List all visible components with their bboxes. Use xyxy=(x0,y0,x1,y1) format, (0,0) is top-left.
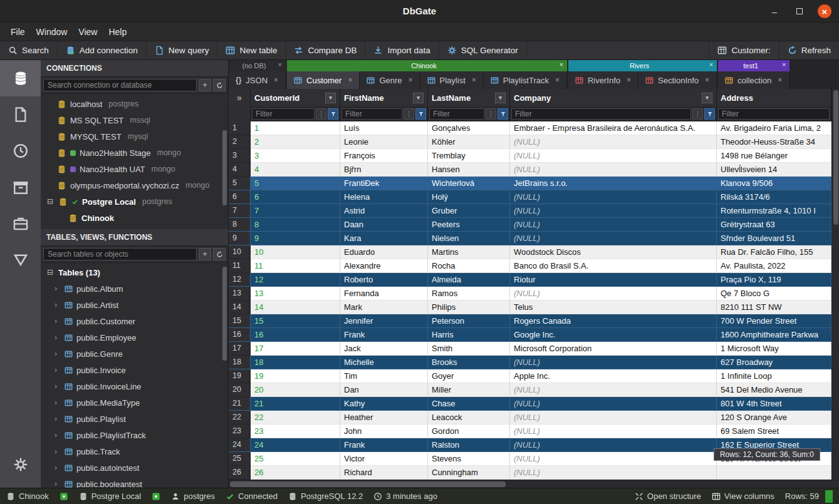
cell-customerid[interactable]: 10 xyxy=(251,245,340,259)
cell-company[interactable]: Banco do Brasil S.A. xyxy=(510,259,717,273)
cell-lastname[interactable]: Ramos xyxy=(428,287,510,301)
toolbar-sql-generator-button[interactable]: SQL Generator xyxy=(439,41,527,59)
cell-lastname[interactable]: Chase xyxy=(428,397,510,411)
cell-lastname[interactable]: Hansen xyxy=(428,163,510,177)
cell-address[interactable]: 541 Del Medio Avenue xyxy=(717,383,831,397)
cell-customerid[interactable]: 14 xyxy=(251,301,340,314)
grid-row[interactable]: 1111AlexandreRochaBanco do Brasil S.A.Av… xyxy=(229,259,831,273)
filter-funnel-button[interactable] xyxy=(704,108,715,120)
cell-lastname[interactable]: Holý xyxy=(428,190,510,204)
collapse-icon[interactable]: ⊟ xyxy=(46,197,55,206)
column-header-lastname[interactable]: LastName▾ xyxy=(428,89,510,106)
cell-lastname[interactable]: Gordon xyxy=(428,424,510,438)
cell-lastname[interactable]: Ralston xyxy=(428,438,510,452)
status-item-connected[interactable]: Connected xyxy=(226,491,278,501)
cell-firstname[interactable]: Eduardo xyxy=(340,245,428,259)
cell-address[interactable]: 700 W Pender Street xyxy=(717,314,831,328)
cell-customerid[interactable]: 4 xyxy=(251,163,340,177)
close-group-icon[interactable]: × xyxy=(278,61,282,68)
cell-customerid[interactable]: 6 xyxy=(251,190,340,204)
cell-customerid[interactable]: 7 xyxy=(251,204,340,218)
cell-firstname[interactable]: Fernanda xyxy=(340,287,428,301)
cell-address[interactable]: 1498 rue Bélanger xyxy=(717,149,831,163)
status-item-connection-ok-icon[interactable] xyxy=(152,492,160,501)
cell-customerid[interactable]: 21 xyxy=(251,397,340,411)
cell-lastname[interactable]: Peeters xyxy=(428,218,510,232)
table-public-playlisttrack[interactable]: ›public.PlaylistTrack xyxy=(41,427,228,443)
cell-address[interactable] xyxy=(717,466,831,480)
row-number[interactable]: 16 xyxy=(229,328,251,342)
chevron-right-icon[interactable]: › xyxy=(55,333,61,342)
activitybar-history-button[interactable] xyxy=(0,133,41,169)
chevron-right-icon[interactable]: › xyxy=(55,414,61,423)
chevron-right-icon[interactable]: › xyxy=(55,382,61,391)
filter-funnel-button[interactable] xyxy=(328,108,338,120)
filter-input-lastname[interactable] xyxy=(429,108,484,120)
cell-firstname[interactable]: Victor xyxy=(340,452,428,466)
column-menu-dropdown[interactable]: ▾ xyxy=(413,93,424,103)
cell-firstname[interactable]: Bjřrn xyxy=(340,163,428,177)
grid-row[interactable]: 66HelenaHolý(NULL)Rilská 3174/6 xyxy=(229,190,831,204)
activitybar-archive-button[interactable] xyxy=(0,169,41,205)
grid-row[interactable]: 33FrançoisTremblay(NULL)1498 rue Bélange… xyxy=(229,149,831,163)
filter-input-firstname[interactable] xyxy=(341,108,402,120)
grid-row[interactable]: 2323JohnGordon(NULL)69 Salem Street xyxy=(229,424,831,438)
grid-row[interactable]: 2020DanMiller(NULL)541 Del Medio Avenue xyxy=(229,383,831,397)
row-number[interactable]: 13 xyxy=(229,287,251,301)
chevron-right-icon[interactable]: › xyxy=(55,366,61,374)
row-number[interactable]: 10 xyxy=(229,245,251,259)
menu-file[interactable]: File xyxy=(5,24,31,39)
cell-lastname[interactable]: Harris xyxy=(428,328,510,342)
cell-firstname[interactable]: Frank xyxy=(340,328,428,342)
cell-firstname[interactable]: Daan xyxy=(340,218,428,232)
filter-funnel-button[interactable] xyxy=(498,108,508,120)
grid-row[interactable]: 1313FernandaRamos(NULL)Qe 7 Bloco G xyxy=(229,287,831,301)
close-tab-icon[interactable]: × xyxy=(348,76,352,85)
cell-customerid[interactable]: 3 xyxy=(251,149,340,163)
column-header-firstname[interactable]: FirstName▾ xyxy=(340,89,428,106)
cell-lastname[interactable]: Philips xyxy=(428,301,510,314)
cell-customerid[interactable]: 2 xyxy=(251,135,340,149)
cell-customerid[interactable]: 8 xyxy=(251,218,340,232)
cell-firstname[interactable]: Helena xyxy=(340,190,428,204)
chevron-right-icon[interactable]: › xyxy=(55,301,61,309)
row-number[interactable]: 6 xyxy=(229,190,251,204)
cell-firstname[interactable]: Roberto xyxy=(340,273,428,287)
toolbar-compare-db-button[interactable]: Compare DB xyxy=(286,41,365,59)
grid-row[interactable]: 22LeonieKöhler(NULL)Theodor-Heuss-Straße… xyxy=(229,135,831,149)
cell-company[interactable]: (NULL) xyxy=(510,424,717,438)
close-tab-icon[interactable]: × xyxy=(778,76,782,85)
status-item-rows-59[interactable]: Rows: 59 xyxy=(785,491,819,501)
toolbar-new-table-button[interactable]: New table xyxy=(217,41,286,59)
grid-row[interactable]: 1919TimGoyerApple Inc.1 Infinite Loop xyxy=(229,369,831,383)
horizontal-scrollbar[interactable] xyxy=(229,480,839,488)
cell-lastname[interactable]: Miller xyxy=(428,383,510,397)
title-bar[interactable]: DbGate – × xyxy=(0,0,839,23)
cell-lastname[interactable]: Gruber xyxy=(428,204,510,218)
grid-row[interactable]: 99KaraNielsen(NULL)Sřnder Boulevard 51 xyxy=(229,232,831,245)
grid-corner-button[interactable]: » xyxy=(229,89,251,106)
close-tab-icon[interactable]: × xyxy=(627,76,631,85)
status-item-view-columns[interactable]: View columns xyxy=(712,491,774,501)
grid-row[interactable]: 2222HeatherLeacock(NULL)120 S Orange Ave xyxy=(229,411,831,424)
chevron-right-icon[interactable]: › xyxy=(55,447,61,456)
table-public-invoiceline[interactable]: ›public.InvoiceLine xyxy=(41,378,228,394)
column-header-customerid[interactable]: CustomerId▾ xyxy=(251,89,340,106)
close-group-icon[interactable]: × xyxy=(782,61,786,68)
grid-row[interactable]: 88DaanPeeters(NULL)Grétrystraat 63 xyxy=(229,218,831,232)
status-item-open-structure[interactable]: Open structure xyxy=(635,491,701,501)
grid-row[interactable]: 1010EduardoMartinsWoodstock DiscosRua Dr… xyxy=(229,245,831,259)
row-number[interactable]: 15 xyxy=(229,314,251,328)
vertical-scrollbar[interactable] xyxy=(831,89,839,480)
row-number[interactable]: 4 xyxy=(229,163,251,177)
cell-customerid[interactable]: 12 xyxy=(251,273,340,287)
table-public-invoice[interactable]: ›public.Invoice xyxy=(41,362,228,378)
cell-lastname[interactable]: Leacock xyxy=(428,411,510,424)
status-item-postgresql-12-2[interactable]: PostgreSQL 12.2 xyxy=(288,491,363,501)
cell-company[interactable]: Embraer - Empresa Brasileira de Aeronáut… xyxy=(510,121,717,135)
connection-chinook[interactable]: Chinook xyxy=(41,210,228,226)
connections-scrollbar[interactable] xyxy=(222,130,227,205)
cell-firstname[interactable]: Kathy xyxy=(340,397,428,411)
cell-address[interactable]: 1 Infinite Loop xyxy=(717,369,831,383)
cell-lastname[interactable]: Brooks xyxy=(428,356,510,369)
